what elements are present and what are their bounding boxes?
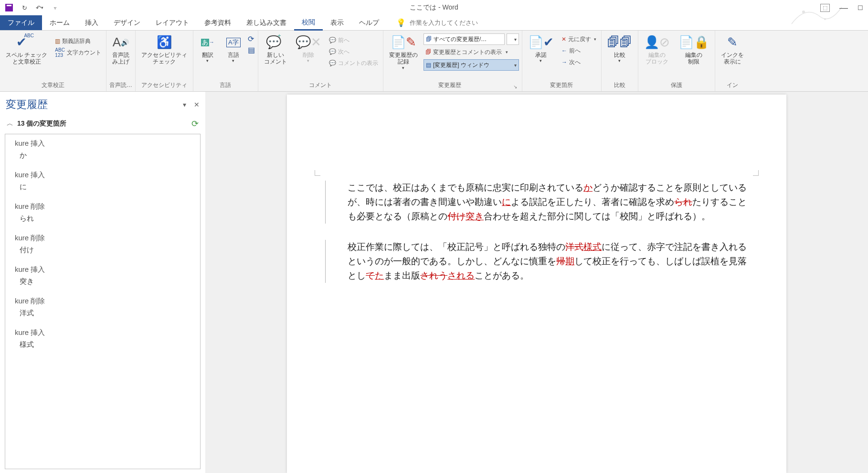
revision-item[interactable]: kure 削除られ (15, 202, 191, 223)
translate-button[interactable]: あ→ 翻訳▾ (196, 32, 219, 65)
read-aloud-button[interactable]: A🔊 音声読 み上げ (109, 32, 132, 67)
inserted-text: 様式 (583, 242, 602, 252)
revision-item[interactable]: kure 挿入突き (15, 265, 191, 286)
tab-review[interactable]: 校閲 (294, 15, 323, 31)
paragraph: ここでは、校正はあくまでも原稿に忠実に印刷されているかどうか確認することを原則と… (325, 181, 753, 224)
refresh-button[interactable]: ↻ (19, 2, 30, 13)
revision-item[interactable]: kure 挿入様式 (15, 328, 191, 349)
word-count-button[interactable]: ABC123文字カウント (53, 47, 103, 58)
accessibility-icon: ♿ (157, 34, 172, 51)
inserted-text: される (447, 270, 475, 280)
delete-comment-button[interactable]: 💬✕ 削除▾ (293, 32, 324, 65)
delete-comment-icon: 💬✕ (296, 34, 321, 51)
revision-item[interactable]: kure 挿入に (15, 171, 191, 192)
revision-item[interactable]: kure 削除付け (15, 234, 191, 255)
ink-icon: ✎ (727, 34, 738, 51)
reject-button[interactable]: ✕元に戻す▾ (560, 33, 598, 45)
revision-item[interactable]: kure 挿入か (15, 139, 191, 160)
next-icon: → (561, 59, 567, 65)
update-ime-icon[interactable]: ⟳ (248, 34, 255, 43)
hide-ink-button[interactable]: ✎ インクを 表示に (718, 32, 747, 67)
tab-help[interactable]: ヘルプ (351, 15, 387, 30)
group-tracking: 📄✎ 変更履歴の 記録▾ 🗐 すべての変更履歴/… ▾ 🗐変更履歴とコメントの表… (383, 31, 522, 91)
show-comments-button[interactable]: 💬コメントの表示 (327, 57, 380, 69)
inserted-text: か (583, 183, 593, 193)
collapse-icon[interactable]: ︿ (7, 119, 13, 128)
spell-check-button[interactable]: ✔ABC スペル チェック と文章校正 (3, 32, 50, 67)
reviewing-pane-button[interactable]: ▤ [変更履歴] ウィンドウ ▾ (423, 59, 519, 71)
refresh-button[interactable]: ⟳ (191, 118, 199, 129)
inserted-text: 突き (466, 211, 484, 221)
tell-me-search[interactable]: 💡 作業を入力してください (396, 15, 478, 30)
group-protect: 👤⊘ 編集の ブロック 📄🔒 編集の 制限 保護 (638, 31, 715, 91)
display-for-review-dropdown[interactable]: 🗐 すべての変更履歴/… (423, 33, 505, 45)
restrict-editing-button[interactable]: 📄🔒 編集の 制限 (676, 32, 712, 67)
revisions-pane-title: 変更履歴 (6, 97, 48, 112)
paragraph-text[interactable]: ここでは、校正はあくまでも原稿に忠実に印刷されているかどうか確認することを原則と… (348, 181, 753, 224)
revisions-pane-header: 変更履歴 ▾ ✕ (5, 96, 201, 117)
paragraph-text[interactable]: 校正作業に際しては、「校正記号」と呼ばれる独特の洋式様式に従って、赤字で注記を書… (348, 240, 753, 283)
display-dropdown-arrow[interactable]: ▾ (507, 33, 519, 45)
compare-icon: 🗐🗐 (607, 34, 632, 51)
bulb-icon: 💡 (396, 18, 406, 27)
prev-icon: ← (561, 47, 567, 54)
tab-layout[interactable]: レイアウト (148, 15, 197, 30)
tracking-launcher[interactable]: ↘ (513, 84, 517, 89)
revisions-list[interactable]: kure 挿入か kure 挿入に kure 削除られ kure 削除付け ku… (5, 134, 201, 469)
prev-comment-button[interactable]: 💬前へ (327, 34, 380, 46)
ime-settings-icon[interactable]: ▤ (248, 45, 255, 54)
inserted-text: に (502, 197, 511, 207)
maximize-button[interactable]: ☐ (857, 4, 863, 11)
group-compare: 🗐🗐 比較▾ 比較 (602, 31, 638, 91)
next-comment-button[interactable]: 💬次へ (327, 46, 380, 57)
svg-point-0 (802, 11, 805, 13)
group-speech: A🔊 音声読 み上げ 音声読… (106, 31, 136, 91)
new-comment-button[interactable]: 💬+ 新しい コメント (261, 32, 290, 67)
accept-button[interactable]: 📄✔ 承諾▾ (525, 32, 557, 65)
revision-item[interactable]: kure 削除洋式 (15, 297, 191, 318)
save-button[interactable] (4, 2, 14, 13)
show-markup-button[interactable]: 🗐変更履歴とコメントの表示▾ (423, 46, 519, 58)
minimize-button[interactable]: — (839, 3, 848, 13)
titlebar: ↻ ↶ ▾ ▿ ここでは - Word ⬚ — ☐ (0, 0, 868, 15)
group-comments: 💬+ 新しい コメント 💬✕ 削除▾ 💬前へ 💬次へ 💬コメントの表示 コメント (258, 31, 383, 91)
deleted-text: 帰 (556, 256, 565, 266)
window-title: ここでは - Word (410, 3, 458, 12)
thesaurus-button[interactable]: ▥類義語辞典 (53, 35, 103, 47)
tell-me-placeholder: 作業を入力してください (410, 19, 478, 27)
tab-view[interactable]: 表示 (323, 15, 351, 30)
block-icon: 👤⊘ (644, 34, 670, 51)
document-area[interactable]: ここでは、校正はあくまでも原稿に忠実に印刷されているかどうか確認することを原則と… (205, 92, 868, 473)
paragraph: 校正作業に際しては、「校正記号」と呼ばれる独特の洋式様式に従って、赤字で注記を書… (325, 240, 753, 283)
pane-close-button[interactable]: ✕ (194, 101, 200, 108)
tab-references[interactable]: 参考資料 (197, 15, 239, 30)
language-icon: A字 (226, 34, 241, 51)
accessibility-check-button[interactable]: ♿ アクセシビリティ チェック (138, 32, 190, 67)
chevron-down-icon: ▾ (514, 63, 517, 68)
page[interactable]: ここでは、校正はあくまでも原稿に忠実に印刷されているかどうか確認することを原則と… (287, 95, 786, 473)
ribbon-display-options[interactable]: ⬚ (820, 4, 830, 12)
deleted-text: て (366, 270, 375, 280)
tab-insert[interactable]: 挿入 (77, 15, 106, 30)
prev-change-button[interactable]: ←前へ (560, 45, 598, 56)
undo-button[interactable]: ↶ ▾ (34, 2, 45, 13)
margin-corner-tl (315, 170, 320, 176)
pane-options-button[interactable]: ▾ (183, 101, 186, 108)
prev-comment-icon: 💬 (329, 37, 336, 43)
tab-home[interactable]: ホーム (42, 15, 77, 30)
next-change-button[interactable]: →次へ (560, 56, 598, 68)
tab-mailings[interactable]: 差し込み文書 (239, 15, 294, 30)
block-authors-button[interactable]: 👤⊘ 編集の ブロック (641, 32, 673, 67)
tab-design[interactable]: デザイン (106, 15, 148, 30)
new-comment-icon: 💬+ (266, 34, 285, 51)
inserted-text: 期 (565, 256, 574, 266)
language-button[interactable]: A字 言語▾ (222, 32, 245, 65)
tab-file[interactable]: ファイル (0, 15, 42, 30)
group-ink: ✎ インクを 表示に イン (715, 31, 750, 91)
chevron-down-icon: ▾ (514, 37, 517, 42)
compare-button[interactable]: 🗐🗐 比較▾ (604, 32, 635, 65)
pane-icon: ▤ (426, 62, 431, 68)
lock-icon: 📄🔒 (678, 34, 709, 51)
track-changes-button[interactable]: 📄✎ 変更履歴の 記録▾ (386, 32, 421, 73)
qat-customize[interactable]: ▿ (50, 2, 60, 13)
